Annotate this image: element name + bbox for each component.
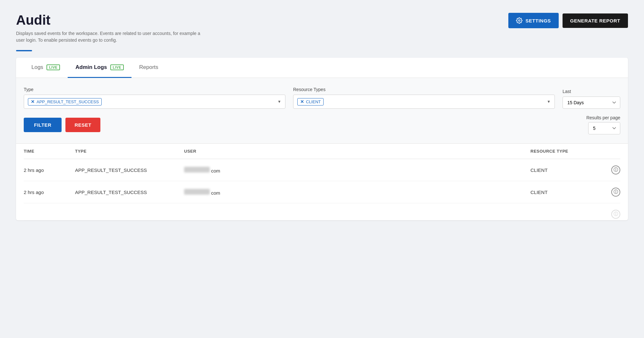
generate-report-label: GENERATE REPORT	[570, 18, 620, 23]
row2-user: com	[184, 189, 530, 196]
row2-user-suffix: com	[211, 190, 220, 196]
row2-actions: ⓘ	[601, 188, 620, 197]
accent-bar	[16, 50, 32, 51]
table-row: ⓘ	[24, 203, 620, 220]
th-user: USER	[184, 149, 530, 154]
table-section: TIME TYPE USER RESOURCE TYPE 2 hrs ago A…	[16, 144, 628, 220]
row1-time: 2 hrs ago	[24, 167, 75, 173]
th-resource-type: RESOURCE TYPE	[530, 149, 601, 154]
row2-time: 2 hrs ago	[24, 190, 75, 195]
settings-label: SETTINGS	[526, 18, 551, 23]
tab-reports-label: Reports	[139, 64, 158, 71]
last-filter-group: Last 15 Days 30 Days 60 Days 90 Days	[563, 89, 620, 109]
filter-button[interactable]: FILTER	[24, 118, 62, 132]
row2-user-blur	[184, 189, 210, 195]
resource-filter-group: Resource Types ✕ CLIENT ▼ CLIENT	[293, 87, 555, 109]
th-type: TYPE	[75, 149, 184, 154]
th-time: TIME	[24, 149, 75, 154]
table-row: 2 hrs ago APP_RESULT_TEST_SUCCESS com CL…	[24, 181, 620, 203]
filters-row: Type ✕ APP_RESULT_TEST_SUCCESS ▼ APP_RES…	[24, 87, 620, 109]
page-description: Displays saved events for the workspace.…	[16, 30, 208, 44]
reset-button[interactable]: RESET	[65, 118, 100, 132]
resource-select-wrapper[interactable]: ✕ CLIENT ▼ CLIENT	[293, 95, 555, 109]
tabs-bar: Logs LIVE Admin Logs LIVE Reports	[16, 58, 628, 78]
row1-resource-type: CLIENT	[530, 167, 601, 173]
page-title: Audit	[16, 13, 208, 28]
tab-logs-label: Logs	[31, 64, 43, 71]
tab-logs-live-badge: LIVE	[47, 64, 60, 70]
page-header-left: Audit Displays saved events for the work…	[16, 13, 208, 44]
gear-icon	[516, 17, 522, 24]
row1-user: com	[184, 167, 530, 173]
main-card: Logs LIVE Admin Logs LIVE Reports Type ✕…	[16, 58, 628, 220]
row1-type: APP_RESULT_TEST_SUCCESS	[75, 167, 184, 173]
type-select-wrapper[interactable]: ✕ APP_RESULT_TEST_SUCCESS ▼ APP_RESULT_T…	[24, 95, 285, 109]
tab-admin-logs[interactable]: Admin Logs LIVE	[68, 58, 131, 78]
tab-admin-logs-label: Admin Logs	[75, 64, 107, 71]
th-actions	[601, 149, 620, 154]
table-header: TIME TYPE USER RESOURCE TYPE	[24, 144, 620, 159]
action-row: FILTER RESET Results per page 5 10 25 50	[24, 115, 620, 134]
tab-reports[interactable]: Reports	[131, 58, 166, 78]
generate-report-button[interactable]: GENERATE REPORT	[563, 13, 628, 28]
row3-info-icon[interactable]: ⓘ	[611, 210, 620, 219]
last-filter-label: Last	[563, 89, 620, 94]
per-page-select[interactable]: 5 10 25 50	[588, 122, 620, 134]
table-row: 2 hrs ago APP_RESULT_TEST_SUCCESS com CL…	[24, 159, 620, 181]
tab-admin-logs-live-badge: LIVE	[110, 64, 124, 70]
row1-info-icon[interactable]: ⓘ	[611, 165, 620, 174]
type-filter-group: Type ✕ APP_RESULT_TEST_SUCCESS ▼ APP_RES…	[24, 87, 285, 109]
row1-user-blur	[184, 167, 210, 173]
row2-resource-type: CLIENT	[530, 190, 601, 195]
resource-filter-label: Resource Types	[293, 87, 555, 92]
row1-user-suffix: com	[211, 168, 220, 173]
row1-actions: ⓘ	[601, 165, 620, 174]
settings-button[interactable]: SETTINGS	[508, 13, 559, 28]
tab-logs[interactable]: Logs LIVE	[24, 58, 68, 78]
row3-actions: ⓘ	[601, 210, 620, 219]
row2-type: APP_RESULT_TEST_SUCCESS	[75, 190, 184, 195]
filters-section: Type ✕ APP_RESULT_TEST_SUCCESS ▼ APP_RES…	[16, 78, 628, 144]
action-buttons: FILTER RESET	[24, 118, 100, 132]
header-buttons: SETTINGS GENERATE REPORT	[508, 13, 628, 28]
type-filter-label: Type	[24, 87, 285, 92]
svg-point-0	[518, 20, 520, 21]
per-page-group: Results per page 5 10 25 50	[586, 115, 620, 134]
page-header: Audit Displays saved events for the work…	[16, 13, 628, 44]
last-select[interactable]: 15 Days 30 Days 60 Days 90 Days	[563, 97, 620, 109]
per-page-label: Results per page	[586, 115, 620, 120]
row2-info-icon[interactable]: ⓘ	[611, 188, 620, 197]
